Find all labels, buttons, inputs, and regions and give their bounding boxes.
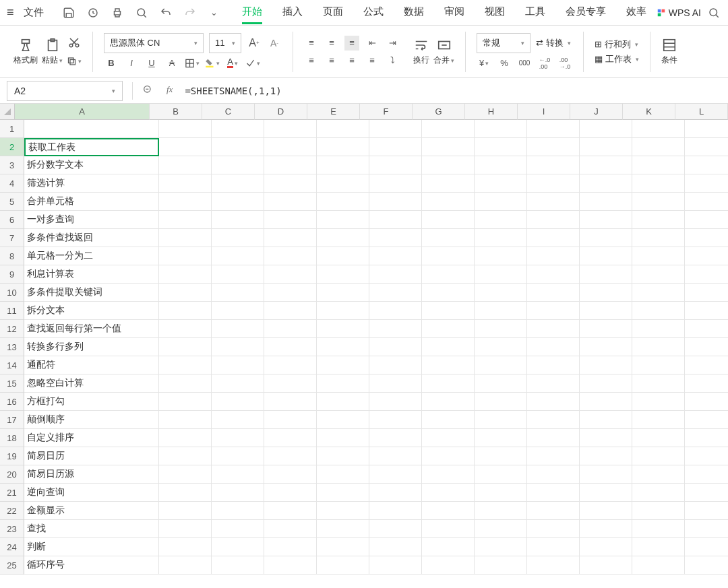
- cell[interactable]: [685, 411, 728, 429]
- cell[interactable]: [369, 156, 422, 174]
- cell[interactable]: [369, 520, 422, 538]
- cell[interactable]: [632, 502, 685, 520]
- cell[interactable]: [527, 393, 580, 411]
- cell[interactable]: [632, 320, 685, 338]
- cell[interactable]: [264, 174, 317, 193]
- font-name-select[interactable]: 思源黑体 CN ▾: [104, 33, 204, 53]
- cell[interactable]: [632, 411, 685, 429]
- cell[interactable]: [369, 411, 422, 429]
- cell[interactable]: [317, 211, 369, 229]
- row-header[interactable]: 6: [0, 211, 24, 229]
- column-header-G[interactable]: G: [413, 104, 465, 120]
- cell[interactable]: 一对多查询: [24, 211, 159, 229]
- bold-button[interactable]: B: [104, 56, 119, 71]
- cell[interactable]: [475, 538, 527, 556]
- italic-button[interactable]: I: [124, 56, 139, 71]
- row-header[interactable]: 8: [0, 247, 24, 265]
- cell[interactable]: [685, 284, 728, 302]
- cell[interactable]: [685, 393, 728, 411]
- format-painter-button[interactable]: 格式刷: [13, 37, 38, 66]
- cell[interactable]: 拆分数字文本: [24, 156, 159, 174]
- worksheet-button[interactable]: ▦ 工作表 ▾: [595, 53, 639, 65]
- preview-icon[interactable]: [135, 7, 148, 19]
- cell[interactable]: [317, 502, 369, 520]
- cell[interactable]: [632, 393, 685, 411]
- cell[interactable]: [685, 211, 728, 229]
- cell[interactable]: [159, 193, 212, 211]
- cell[interactable]: [212, 556, 264, 575]
- row-header[interactable]: 7: [0, 229, 24, 247]
- cell[interactable]: 忽略空白计算: [24, 374, 159, 393]
- cell[interactable]: [685, 538, 728, 556]
- row-header[interactable]: 20: [0, 465, 24, 484]
- cell[interactable]: [685, 156, 728, 174]
- cell[interactable]: [685, 320, 728, 338]
- cell[interactable]: [580, 320, 632, 338]
- cell[interactable]: [632, 174, 685, 193]
- cell[interactable]: [264, 265, 317, 284]
- cell[interactable]: [475, 211, 527, 229]
- cell[interactable]: [475, 265, 527, 284]
- cell[interactable]: [264, 374, 317, 393]
- cell[interactable]: [632, 284, 685, 302]
- cell[interactable]: 单元格一分为二: [24, 247, 159, 265]
- cell[interactable]: [685, 429, 728, 447]
- cell[interactable]: [422, 138, 475, 156]
- cell[interactable]: [317, 338, 369, 356]
- tab-review[interactable]: 审阅: [444, 1, 464, 24]
- border-button[interactable]: ▾: [185, 56, 200, 71]
- cell[interactable]: 简易日历源: [24, 465, 159, 484]
- cell[interactable]: [212, 520, 264, 538]
- decrease-decimal-icon[interactable]: .00→.0: [557, 56, 572, 71]
- row-header[interactable]: 14: [0, 356, 24, 374]
- cell[interactable]: 颠倒顺序: [24, 411, 159, 429]
- row-header[interactable]: 3: [0, 156, 24, 174]
- cell[interactable]: [475, 138, 527, 156]
- tab-data[interactable]: 数据: [404, 1, 424, 24]
- column-header-B[interactable]: B: [150, 104, 202, 120]
- select-all-corner[interactable]: [0, 104, 15, 120]
- number-format-select[interactable]: 常规 ▾: [477, 33, 530, 53]
- cell[interactable]: [159, 465, 212, 484]
- cell[interactable]: [369, 120, 422, 138]
- cell[interactable]: [369, 465, 422, 484]
- cell[interactable]: [580, 247, 632, 265]
- cell[interactable]: [212, 211, 264, 229]
- cell[interactable]: [317, 429, 369, 447]
- cell[interactable]: [475, 447, 527, 465]
- cell[interactable]: [475, 247, 527, 265]
- currency-icon[interactable]: ¥▾: [477, 56, 491, 71]
- cell[interactable]: 合并单元格: [24, 193, 159, 211]
- cell[interactable]: [159, 411, 212, 429]
- cell[interactable]: [685, 356, 728, 374]
- indent-decrease-icon[interactable]: ⇤: [365, 36, 380, 51]
- cell[interactable]: [264, 229, 317, 247]
- cell[interactable]: [369, 174, 422, 193]
- column-header-F[interactable]: F: [360, 104, 413, 120]
- font-size-select[interactable]: 11 ▾: [209, 33, 241, 53]
- cell[interactable]: [212, 447, 264, 465]
- cell[interactable]: [580, 538, 632, 556]
- cell[interactable]: 逆向查询: [24, 484, 159, 502]
- cell[interactable]: [527, 556, 580, 575]
- cell[interactable]: [580, 465, 632, 484]
- cell[interactable]: [580, 338, 632, 356]
- cell[interactable]: [159, 356, 212, 374]
- cell[interactable]: [527, 447, 580, 465]
- menu-icon[interactable]: ≡: [7, 5, 14, 20]
- cell[interactable]: [527, 411, 580, 429]
- cell[interactable]: [580, 193, 632, 211]
- cell[interactable]: 查找返回每行第一个值: [24, 320, 159, 338]
- cell[interactable]: 利息计算表: [24, 265, 159, 284]
- cell[interactable]: [580, 447, 632, 465]
- cell[interactable]: [527, 520, 580, 538]
- tab-member[interactable]: 会员专享: [566, 1, 606, 24]
- cell[interactable]: [212, 338, 264, 356]
- cell[interactable]: [475, 429, 527, 447]
- row-header[interactable]: 1: [0, 120, 24, 138]
- cell[interactable]: [369, 302, 422, 320]
- cell[interactable]: [264, 447, 317, 465]
- cell[interactable]: [580, 302, 632, 320]
- cell[interactable]: [632, 338, 685, 356]
- cell[interactable]: [159, 429, 212, 447]
